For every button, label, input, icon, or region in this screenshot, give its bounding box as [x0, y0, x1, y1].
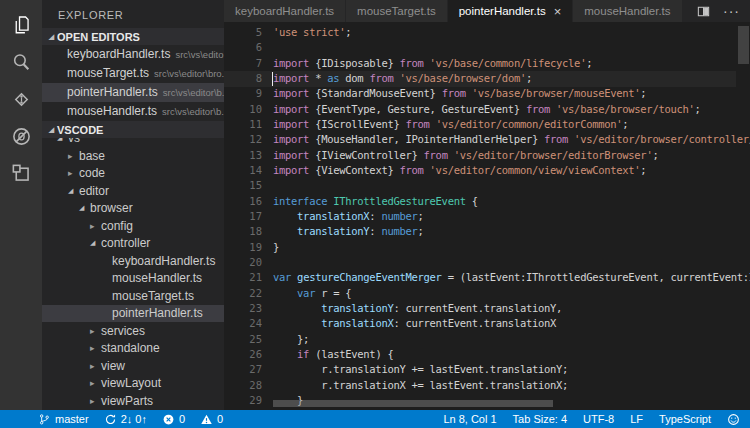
tree-item-services[interactable]: ▸services [42, 322, 224, 340]
tree-item-base[interactable]: ▸base [42, 147, 224, 165]
activity-bar-debug[interactable] [0, 118, 42, 155]
file-name: mouseHandler.ts [67, 104, 157, 118]
status-warnings[interactable]: 0 [200, 413, 223, 426]
code-editor[interactable]: 5'use strict';67import {IDisposable} fro… [224, 22, 750, 410]
more-actions-button[interactable]: ··· [723, 3, 740, 19]
tree-item-config[interactable]: ▸config [42, 217, 224, 235]
code-text: import {MouseHandler, IPointerHandlerHel… [273, 132, 750, 147]
file-path: src\vs\edito... [175, 49, 224, 60]
tree-item-keyboardhandler-ts[interactable]: keyboardHandler.ts [42, 252, 224, 270]
code-line[interactable]: 27 r.translationY += lastEvent.translati… [224, 362, 750, 377]
tree-item-label: browser [90, 201, 133, 215]
code-line[interactable]: 9import {StandardMouseEvent} from 'vs/ba… [224, 86, 750, 101]
tree-item-editor[interactable]: ◢editor [42, 182, 224, 200]
status-encoding[interactable]: UTF-8 [583, 413, 614, 425]
code-line[interactable]: 14import {ViewContext} from 'vs/editor/c… [224, 163, 750, 178]
tree-item-browser[interactable]: ◢browser [42, 200, 224, 218]
vertical-scrollbar[interactable] [738, 26, 749, 64]
code-line[interactable]: 28 r.translationX += lastEvent.translati… [224, 378, 750, 393]
tree-item-vs[interactable]: ◢vs [42, 138, 224, 147]
status-feedback[interactable] [727, 413, 740, 426]
code-line[interactable]: 7import {IDisposable} from 'vs/base/comm… [224, 56, 750, 71]
open-editors-label: OPEN EDITORS [57, 31, 140, 43]
tree-item-label: vs [68, 138, 80, 145]
activity-bar-explorer[interactable] [0, 7, 42, 44]
status-tab-size[interactable]: Tab Size: 4 [513, 413, 567, 425]
tree-item-mousetarget-ts[interactable]: mouseTarget.ts [42, 287, 224, 305]
tab-mousehandler-ts[interactable]: mouseHandler.ts [573, 0, 681, 22]
tree-item-pointerhandler-ts[interactable]: pointerHandler.ts [42, 305, 224, 323]
code-line[interactable]: 20 [224, 255, 750, 270]
activity-bar-git[interactable] [0, 81, 42, 118]
chevron-collapsed-icon: ▸ [90, 378, 101, 388]
code-text: 'use strict'; [273, 25, 750, 40]
status-sync[interactable]: 2↓ 0↑ [104, 413, 147, 426]
code-line[interactable]: 25 }; [224, 332, 750, 347]
line-number: 20 [224, 255, 262, 270]
tree-item-label: controller [101, 236, 150, 250]
chevron-expanded-icon: ◢ [46, 33, 57, 41]
code-line[interactable]: 26 if (lastEvent) { [224, 347, 750, 362]
tree-item-viewlayout[interactable]: ▸viewLayout [42, 375, 224, 393]
line-number: 16 [224, 194, 262, 209]
code-line[interactable]: 8import * as dom from 'vs/base/browser/d… [224, 71, 750, 86]
tree-item-standalone[interactable]: ▸standalone [42, 340, 224, 358]
tree-item-label: viewLayout [101, 376, 161, 390]
horizontal-scrollbar[interactable] [273, 400, 553, 407]
code-line[interactable]: 5'use strict'; [224, 25, 750, 40]
code-line[interactable]: 24 translationX: currentEvent.translatio… [224, 316, 750, 331]
open-editors-header[interactable]: ◢ OPEN EDITORS [42, 28, 224, 45]
code-line[interactable]: 13import {IViewController} from 'vs/edit… [224, 148, 750, 163]
tab-pointerhandler-ts[interactable]: pointerHandler.ts× [448, 0, 573, 22]
chevron-expanded-icon: ◢ [79, 204, 90, 212]
chevron-collapsed-icon: ▸ [68, 168, 79, 178]
code-line[interactable]: 12import {MouseHandler, IPointerHandlerH… [224, 132, 750, 147]
status-errors[interactable]: 0 [162, 413, 185, 426]
tree-item-controller[interactable]: ◢controller [42, 235, 224, 253]
file-path: src\vs\editor\b... [162, 106, 224, 117]
tree-item-label: view [101, 359, 125, 373]
code-line[interactable]: 18 translationY: number; [224, 224, 750, 239]
code-line[interactable]: 23 translationY: currentEvent.translatio… [224, 301, 750, 316]
code-line[interactable]: 19} [224, 240, 750, 255]
folder-section-label: VSCODE [57, 124, 103, 136]
status-eol[interactable]: LF [630, 413, 643, 425]
folder-section-header[interactable]: ◢ VSCODE [42, 121, 224, 138]
code-line[interactable]: 11import {IScrollEvent} from 'vs/editor/… [224, 117, 750, 132]
open-editor-item[interactable]: keyboardHandler.tssrc\vs\edito... [42, 45, 224, 64]
tab-keyboardhandler-ts[interactable]: keyboardHandler.ts [224, 0, 345, 22]
code-line[interactable]: 15 [224, 178, 750, 193]
open-editor-item[interactable]: pointerHandler.tssrc\vs\editor\b.. [42, 83, 224, 102]
close-icon[interactable]: × [554, 5, 562, 18]
code-line[interactable]: 22 var r = { [224, 286, 750, 301]
code-text: translationX: number; [273, 209, 750, 224]
tab-mousetarget-ts[interactable]: mouseTarget.ts [346, 0, 447, 22]
activity-bar-extensions[interactable] [0, 155, 42, 192]
status-encoding-label: UTF-8 [583, 413, 614, 425]
open-editor-item[interactable]: mouseHandler.tssrc\vs\editor\b... [42, 102, 224, 121]
status-branch[interactable]: master [38, 413, 89, 426]
line-number: 29 [224, 393, 262, 408]
line-number: 8 [224, 71, 262, 86]
code-line[interactable]: 21var gestureChangeEventMerger = (lastEv… [224, 270, 750, 285]
tree-item-code[interactable]: ▸code [42, 165, 224, 183]
split-editor-button[interactable] [696, 4, 711, 19]
open-editor-item[interactable]: mouseTarget.tssrc\vs\editor\bro... [42, 64, 224, 83]
chevron-collapsed-icon: ▸ [90, 361, 101, 371]
code-line[interactable]: 10import {EventType, Gesture, GestureEve… [224, 102, 750, 117]
sync-icon [104, 413, 117, 426]
line-number: 14 [224, 163, 262, 178]
code-line[interactable]: 17 translationX: number; [224, 209, 750, 224]
code-line[interactable]: 16interface IThrottledGestureEvent { [224, 194, 750, 209]
status-cursor-position[interactable]: Ln 8, Col 1 [443, 413, 496, 425]
code-line[interactable]: 6 [224, 40, 750, 55]
line-number: 21 [224, 270, 262, 285]
tree-item-view[interactable]: ▸view [42, 357, 224, 375]
code-text: import {EventType, Gesture, GestureEvent… [273, 102, 750, 117]
activity-bar-search[interactable] [0, 44, 42, 81]
status-language[interactable]: TypeScript [659, 413, 711, 425]
tree-item-label: keyboardHandler.ts [112, 254, 215, 268]
tree-item-viewparts[interactable]: ▸viewParts [42, 392, 224, 410]
tree-item-mousehandler-ts[interactable]: mouseHandler.ts [42, 270, 224, 288]
tab-label: mouseTarget.ts [357, 5, 436, 17]
